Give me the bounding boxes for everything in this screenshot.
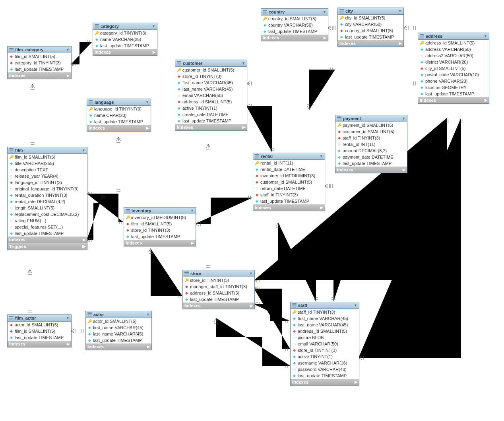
collapse-icon[interactable]: ▼ <box>402 116 405 120</box>
column-row[interactable]: ◆last_update TIMESTAMP <box>93 43 157 49</box>
table-header[interactable]: store▼ <box>183 270 254 277</box>
column-row[interactable]: ◆last_update TIMESTAMP <box>291 372 359 379</box>
column-row[interactable]: 🔑customer_id SMALLINT(5) <box>175 67 247 73</box>
column-row[interactable]: ◆last_update TIMESTAMP <box>8 66 71 72</box>
column-row[interactable]: ◇address2 VARCHAR(50) <box>418 52 489 59</box>
column-row[interactable]: ◆name VARCHAR(25) <box>93 36 157 43</box>
indexes-section[interactable]: Indexes▶ <box>291 379 359 385</box>
column-row[interactable]: ◆last_name VARCHAR(45) <box>291 322 359 328</box>
column-row[interactable]: ◆first_name VARCHAR(45) <box>86 324 151 331</box>
table-header[interactable]: film▼ <box>8 147 87 154</box>
collapse-icon[interactable]: ▼ <box>145 100 149 104</box>
column-row[interactable]: ◇release_year YEAR(4) <box>8 173 87 179</box>
column-row[interactable]: ◆last_update TIMESTAMP <box>338 34 403 40</box>
column-row[interactable]: ◇email VARCHAR(50) <box>291 341 359 347</box>
column-row[interactable]: ◆last_update TIMESTAMP <box>87 118 151 125</box>
expand-icon[interactable]: ▶ <box>146 126 149 130</box>
column-row[interactable]: ◆last_name VARCHAR(45) <box>86 331 151 337</box>
column-row[interactable]: 🔑inventory_id MEDIUMINT(8) <box>124 214 196 221</box>
column-row[interactable]: ◆rental_rate DECIMAL(4,2) <box>8 198 87 205</box>
column-row[interactable]: ◇original_language_id TINYINT(3) <box>8 186 87 192</box>
indexes-section[interactable]: Indexes▶ <box>418 97 489 103</box>
table-store[interactable]: store▼🔑store_id TINYINT(3)◆manager_staff… <box>182 270 255 309</box>
table-customer[interactable]: customer▼🔑customer_id SMALLINT(5)◆store_… <box>175 60 247 131</box>
column-row[interactable]: ◆replacement_cost DECIMAL(5,2) <box>8 211 87 217</box>
expand-icon[interactable]: ▶ <box>355 380 357 384</box>
column-row[interactable]: 🔑category_id TINYINT(3) <box>93 30 157 36</box>
column-row[interactable]: ◆city_id SMALLINT(5) <box>418 65 489 72</box>
indexes-section[interactable]: Indexes▶ <box>175 124 247 130</box>
collapse-icon[interactable]: ▼ <box>66 48 70 52</box>
indexes-section[interactable]: Indexes▶ <box>86 343 151 350</box>
column-row[interactable]: 🔑country_id SMALLINT(5) <box>261 16 328 22</box>
collapse-icon[interactable]: ▼ <box>242 61 245 65</box>
column-row[interactable]: 🔑address_id SMALLINT(5) <box>418 40 489 46</box>
indexes-section[interactable]: Indexes▶ <box>335 167 407 173</box>
column-row[interactable]: ◆first_name VARCHAR(45) <box>175 80 247 86</box>
column-row[interactable]: 🔑language_id TINYINT(3) <box>87 106 151 112</box>
collapse-icon[interactable]: ▼ <box>152 24 155 28</box>
column-row[interactable]: ◆film_id SMALLINT(5) <box>8 53 71 60</box>
triggers-section[interactable]: Triggers▶ <box>8 243 87 250</box>
column-row[interactable]: ◇password VARCHAR(40) <box>291 366 359 372</box>
indexes-section[interactable]: Indexes▶ <box>8 237 87 243</box>
column-row[interactable]: ◇description TEXT <box>8 167 87 173</box>
expand-icon[interactable]: ▶ <box>250 304 253 308</box>
expand-icon[interactable]: ▶ <box>320 206 323 210</box>
indexes-section[interactable]: Indexes▶ <box>93 49 157 55</box>
table-payment[interactable]: payment▼🔑payment_id SMALLINT(5)◆customer… <box>335 115 407 173</box>
column-row[interactable]: ◆amount DECIMAL(5,2) <box>335 147 407 154</box>
column-row[interactable]: 🔑payment_id SMALLINT(5) <box>335 122 407 128</box>
column-row[interactable]: ◆city VARCHAR(50) <box>338 21 403 27</box>
table-film[interactable]: film▼🔑film_id SMALLINT(5)◆title VARCHAR(… <box>7 147 87 250</box>
column-row[interactable]: ◆category_id TINYINT(3) <box>8 60 71 66</box>
column-row[interactable]: ◆location GEOMETRY <box>418 84 489 91</box>
table-header[interactable]: category▼ <box>93 23 157 30</box>
table-header[interactable]: country▼ <box>261 9 328 16</box>
collapse-icon[interactable]: ▼ <box>398 9 402 13</box>
column-row[interactable]: ◆country VARCHAR(50) <box>261 22 328 28</box>
column-row[interactable]: ◆last_update TIMESTAMP <box>124 233 196 240</box>
column-row[interactable]: ◇picture BLOB <box>291 334 359 341</box>
column-row[interactable]: ◆address_id SMALLINT(5) <box>175 99 247 105</box>
table-film_actor[interactable]: film_actor▼◆actor_id SMALLINT(5)◆film_id… <box>7 314 72 347</box>
column-row[interactable]: 🔑store_id TINYINT(3) <box>183 277 254 283</box>
column-row[interactable]: ◆address VARCHAR(50) <box>418 46 489 52</box>
column-row[interactable]: ◆postal_code VARCHAR(10) <box>418 72 489 78</box>
table-inventory[interactable]: inventory▼🔑inventory_id MEDIUMINT(8)◆fil… <box>124 207 196 246</box>
expand-icon[interactable]: ▶ <box>191 241 194 245</box>
collapse-icon[interactable]: ▼ <box>66 316 70 320</box>
column-row[interactable]: ◆last_update TIMESTAMP <box>86 337 151 343</box>
column-row[interactable]: ◆rental_duration TINYINT(3) <box>8 192 87 198</box>
table-header[interactable]: customer▼ <box>175 60 247 67</box>
expand-icon[interactable]: ▶ <box>83 238 85 242</box>
column-row[interactable]: ◆store_id TINYINT(3) <box>124 227 196 233</box>
column-row[interactable]: ◆last_update TIMESTAMP <box>253 198 325 204</box>
column-row[interactable]: ◆rental_date DATETIME <box>253 166 325 173</box>
table-header[interactable]: payment▼ <box>335 115 407 122</box>
column-row[interactable]: ◆customer_id SMALLINT(5) <box>335 128 407 135</box>
expand-icon[interactable]: ▶ <box>147 345 150 349</box>
column-row[interactable]: ◆language_id TINYINT(3) <box>8 179 87 186</box>
expand-icon[interactable]: ▶ <box>324 36 326 40</box>
column-row[interactable]: ◆country_id SMALLINT(5) <box>338 27 403 34</box>
column-row[interactable]: 🔑film_id SMALLINT(5) <box>8 154 87 160</box>
column-row[interactable]: ◆film_id SMALLINT(5) <box>124 221 196 227</box>
indexes-section[interactable]: Indexes▶ <box>8 72 71 79</box>
indexes-section[interactable]: Indexes▶ <box>8 341 71 347</box>
table-header[interactable]: actor▼ <box>86 311 151 318</box>
column-row[interactable]: ◇length SMALLINT(5) <box>8 205 87 211</box>
expand-icon[interactable]: ▶ <box>67 74 70 78</box>
column-row[interactable]: ◆staff_id TINYINT(3) <box>253 192 325 198</box>
table-address[interactable]: address▼🔑address_id SMALLINT(5)◆address … <box>418 33 489 104</box>
column-row[interactable]: ◆last_update TIMESTAMP <box>8 230 87 237</box>
table-staff[interactable]: staff▼🔑staff_id TINYINT(3)◆first_name VA… <box>290 302 359 386</box>
column-row[interactable]: ◇rental_id INT(11) <box>335 141 407 147</box>
column-row[interactable]: ◇return_date DATETIME <box>253 185 325 192</box>
column-row[interactable]: ◆address_id SMALLINT(5) <box>291 328 359 334</box>
table-header[interactable]: language▼ <box>87 99 151 106</box>
indexes-section[interactable]: Indexes▶ <box>261 35 328 41</box>
collapse-icon[interactable]: ▼ <box>484 34 487 38</box>
expand-icon[interactable]: ▶ <box>242 125 245 129</box>
indexes-section[interactable]: Indexes▶ <box>338 40 403 47</box>
